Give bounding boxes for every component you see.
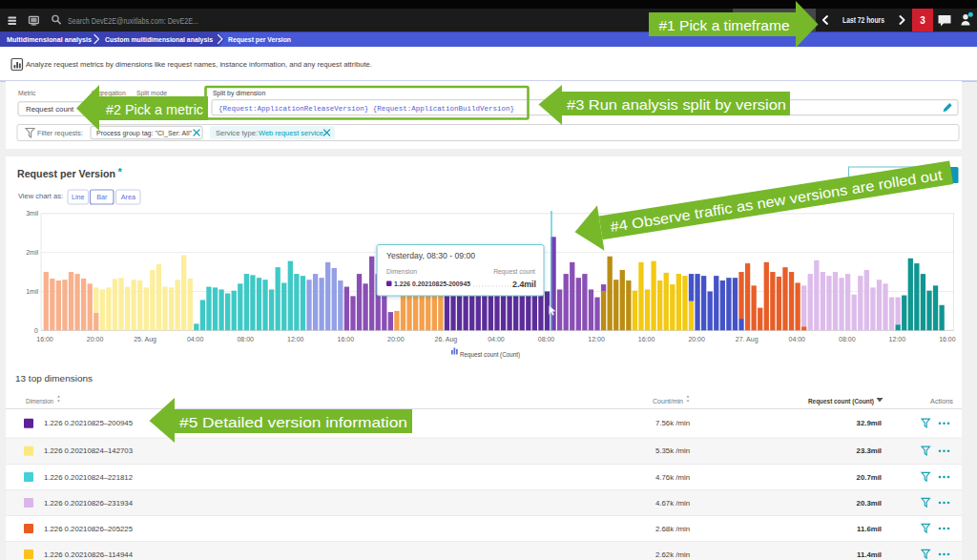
svg-text:13 top dimensions: 13 top dimensions — [15, 373, 93, 384]
svg-text:20:00: 20:00 — [387, 336, 405, 342]
svg-text:Request count: Request count — [26, 105, 74, 114]
svg-text:1.226 0.20210825–200945: 1.226 0.20210825–200945 — [44, 419, 134, 427]
svg-text:Analyze request metrics by dim: Analyze request metrics by dimensions li… — [26, 60, 372, 69]
svg-text:1.226 0.20210826–114944: 1.226 0.20210826–114944 — [44, 550, 134, 559]
svg-text:Multidimensional analysis: Multidimensional analysis — [7, 35, 92, 44]
svg-text:1.226 0.20210824–142703: 1.226 0.20210824–142703 — [44, 446, 133, 455]
svg-text:2.68k /min: 2.68k /min — [655, 525, 690, 533]
svg-text:Search DevE2E@ruxitlabs.com: D: Search DevE2E@ruxitlabs.com: DevE2E... — [68, 16, 198, 26]
svg-text:Last 72 hours: Last 72 hours — [842, 15, 884, 25]
svg-text:Line: Line — [72, 193, 85, 201]
svg-text:Custom multidimensional analys: Custom multidimensional analysis — [105, 35, 213, 44]
svg-text:11.6mil: 11.6mil — [857, 525, 882, 533]
svg-text:20.7mil: 20.7mil — [857, 473, 882, 482]
svg-text:1.226 0.20210826–231934: 1.226 0.20210826–231934 — [44, 499, 134, 508]
svg-text:5.35k /min: 5.35k /min — [655, 446, 690, 455]
svg-text:12:00: 12:00 — [588, 336, 605, 342]
svg-text:20.3mil: 20.3mil — [857, 499, 882, 508]
svg-text:16:00: 16:00 — [638, 336, 655, 342]
svg-text:#1 Pick a timeframe: #1 Pick a timeframe — [659, 17, 790, 33]
svg-text:2mil: 2mil — [26, 249, 38, 256]
svg-text:25. Aug: 25. Aug — [134, 336, 156, 343]
svg-text:08:00: 08:00 — [538, 336, 555, 342]
svg-text:Service type:: Service type: — [216, 129, 258, 137]
svg-text:Request count: Request count — [493, 268, 535, 276]
svg-text:Request per Version: Request per Version — [228, 35, 291, 44]
svg-text:16:00: 16:00 — [338, 336, 355, 342]
svg-text:*: * — [118, 166, 123, 177]
svg-text:08:00: 08:00 — [237, 336, 254, 342]
svg-text:{Request:ApplicationReleaseVer: {Request:ApplicationReleaseVersion} {Req… — [218, 105, 514, 113]
svg-text:23.3mil: 23.3mil — [857, 446, 882, 455]
svg-text:7.56k /min: 7.56k /min — [655, 419, 690, 427]
svg-text:Actions: Actions — [930, 398, 954, 404]
svg-text:#2 Pick a metric: #2 Pick a metric — [106, 101, 203, 117]
svg-text:Web request service: Web request service — [259, 129, 323, 137]
svg-text:Metric: Metric — [18, 90, 36, 96]
svg-text:1mil: 1mil — [26, 288, 38, 295]
svg-text:2.4mil: 2.4mil — [512, 280, 536, 289]
svg-text:4.67k /min: 4.67k /min — [655, 499, 690, 508]
svg-text:#5 Detailed version informatio: #5 Detailed version information — [179, 414, 407, 430]
svg-text:Request count (Count): Request count (Count) — [460, 351, 520, 359]
svg-text:04:00: 04:00 — [187, 336, 204, 342]
svg-text:1.226 0.20210826–205225: 1.226 0.20210826–205225 — [44, 525, 134, 533]
svg-text:Bar: Bar — [96, 193, 108, 201]
svg-text:27. Aug: 27. Aug — [736, 336, 759, 343]
svg-text:12:00: 12:00 — [287, 336, 304, 342]
svg-text:1.226 0.20210825-200945: 1.226 0.20210825-200945 — [394, 280, 470, 288]
svg-text:Split by dimension: Split by dimension — [213, 90, 265, 97]
svg-text:11.4mil: 11.4mil — [857, 550, 882, 559]
svg-text:3mil: 3mil — [26, 210, 38, 217]
svg-text:16:00: 16:00 — [36, 336, 53, 342]
svg-text:Dimension: Dimension — [386, 268, 417, 275]
svg-text:20:00: 20:00 — [688, 336, 705, 342]
svg-text:26. Aug: 26. Aug — [435, 336, 458, 343]
svg-text:Yesterday, 08:30 - 09:00: Yesterday, 08:30 - 09:00 — [386, 252, 475, 260]
svg-text:Area: Area — [121, 193, 135, 201]
svg-text:Request count (Count): Request count (Count) — [808, 398, 874, 405]
svg-text:Request per Version: Request per Version — [17, 168, 115, 179]
svg-text:Count/min: Count/min — [653, 398, 683, 404]
svg-text:16:00: 16:00 — [939, 336, 956, 342]
svg-text:Filter requests:: Filter requests: — [37, 129, 83, 137]
svg-text:0: 0 — [34, 327, 38, 334]
svg-text:#3 Run analysis split by versi: #3 Run analysis split by version — [567, 96, 786, 113]
svg-text:1.226 0.20210824–221812: 1.226 0.20210824–221812 — [44, 473, 133, 482]
svg-text:2.62k /min: 2.62k /min — [655, 550, 690, 559]
svg-text:View chart as:: View chart as: — [18, 192, 63, 200]
svg-text:Process group tag: "CI_Ser: Al: Process group tag: "CI_Ser: All" — [96, 129, 192, 137]
svg-text:04:00: 04:00 — [488, 336, 505, 342]
svg-text:3: 3 — [920, 15, 925, 26]
svg-text:Split mode: Split mode — [136, 90, 167, 97]
svg-text:08:00: 08:00 — [839, 336, 856, 342]
svg-text:4.76k /min: 4.76k /min — [655, 473, 690, 482]
svg-text:12:00: 12:00 — [889, 336, 906, 342]
svg-text:20:00: 20:00 — [87, 336, 104, 342]
svg-text:32.9mil: 32.9mil — [857, 419, 882, 427]
svg-text:Dimension: Dimension — [26, 398, 53, 404]
svg-text:04:00: 04:00 — [788, 336, 805, 342]
